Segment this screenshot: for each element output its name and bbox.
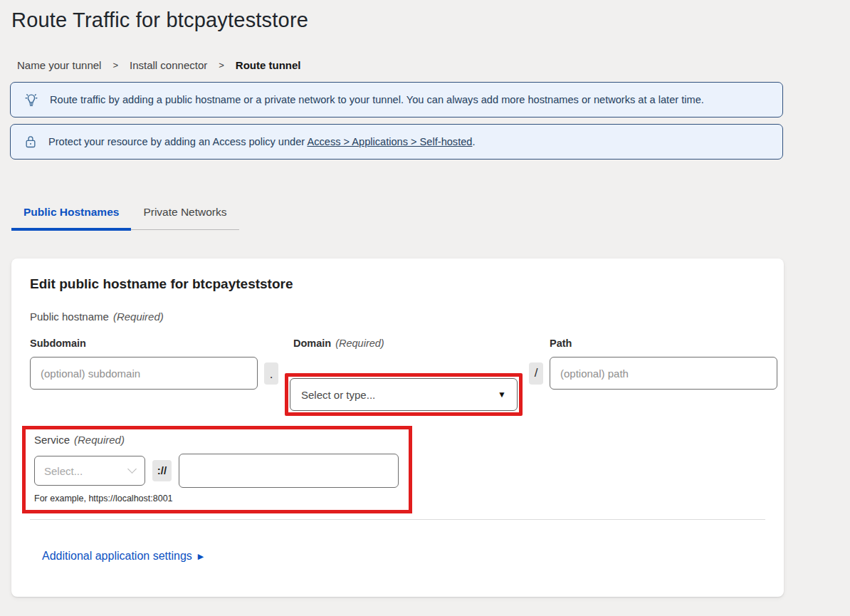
subdomain-input[interactable] bbox=[30, 357, 258, 390]
breadcrumb-separator: > bbox=[112, 60, 118, 71]
route-tunnel-page: Route Traffic for btcpayteststore Name y… bbox=[0, 0, 850, 616]
tab-public-hostnames[interactable]: Public Hostnames bbox=[11, 199, 131, 231]
service-hint: For example, https://localhost:8001 bbox=[34, 494, 399, 503]
page-title: Route Traffic for btcpayteststore bbox=[11, 9, 850, 32]
breadcrumb: Name your tunnel > Install connector > R… bbox=[11, 59, 850, 71]
public-hostname-label: Public hostname bbox=[30, 310, 109, 323]
service-type-select[interactable]: Select... bbox=[34, 456, 145, 486]
chevron-down-icon bbox=[127, 464, 137, 474]
dot-separator: . bbox=[264, 362, 278, 385]
access-policy-text-before: Protect your resource by adding an Acces… bbox=[48, 136, 307, 147]
expand-arrow-icon: ▶ bbox=[198, 552, 204, 561]
section-divider bbox=[30, 519, 765, 520]
domain-field: Domain(Required) Select or type... ▼ bbox=[285, 338, 523, 416]
service-required: (Required) bbox=[74, 434, 125, 446]
edit-public-hostname-card: Edit public hostname for btcpayteststore… bbox=[11, 259, 784, 597]
public-hostname-row: Subdomain . Domain(Required) Select or t… bbox=[30, 338, 765, 416]
scheme-separator: :// bbox=[152, 460, 172, 481]
public-hostname-required: (Required) bbox=[113, 310, 164, 323]
route-traffic-info-text: Route traffic by adding a public hostnam… bbox=[50, 94, 704, 105]
subdomain-label: Subdomain bbox=[30, 338, 258, 357]
service-label-text: Service bbox=[34, 434, 70, 446]
caret-down-icon: ▼ bbox=[498, 390, 506, 400]
additional-settings-label: Additional application settings bbox=[42, 550, 192, 563]
card-title: Edit public hostname for btcpayteststore bbox=[30, 276, 765, 292]
service-highlight-box: Service(Required) Select... :// For exam… bbox=[22, 426, 412, 513]
service-row: Select... :// bbox=[34, 454, 399, 488]
additional-application-settings-link[interactable]: Additional application settings ▶ bbox=[42, 550, 204, 563]
breadcrumb-route-tunnel: Route tunnel bbox=[236, 59, 301, 71]
route-traffic-info-banner: Route traffic by adding a public hostnam… bbox=[10, 82, 783, 118]
path-label: Path bbox=[550, 338, 777, 357]
domain-label: Domain(Required) bbox=[293, 338, 523, 357]
public-hostname-heading: Public hostname(Required) bbox=[30, 310, 765, 323]
domain-label-text: Domain bbox=[293, 338, 331, 349]
access-policy-text-after: . bbox=[472, 136, 475, 147]
lock-icon bbox=[23, 134, 38, 150]
slash-separator: / bbox=[529, 362, 543, 385]
access-policy-banner: Protect your resource by adding an Acces… bbox=[10, 124, 783, 160]
service-url-input[interactable] bbox=[179, 454, 399, 488]
domain-highlight-box: Select or type... ▼ bbox=[285, 373, 523, 416]
domain-select[interactable]: Select or type... ▼ bbox=[290, 378, 518, 411]
domain-required: (Required) bbox=[335, 338, 384, 349]
domain-select-value: Select or type... bbox=[301, 389, 375, 401]
breadcrumb-separator: > bbox=[219, 60, 224, 71]
tab-private-networks[interactable]: Private Networks bbox=[131, 199, 238, 229]
lightbulb-icon bbox=[23, 92, 39, 108]
path-input[interactable] bbox=[550, 357, 777, 390]
access-policy-text: Protect your resource by adding an Acces… bbox=[48, 136, 476, 147]
access-applications-selfhosted-link[interactable]: Access > Applications > Self-hosted bbox=[307, 136, 472, 147]
path-field: Path bbox=[550, 338, 777, 390]
breadcrumb-name-your-tunnel[interactable]: Name your tunnel bbox=[17, 59, 101, 71]
subdomain-field: Subdomain bbox=[30, 338, 258, 390]
service-label: Service(Required) bbox=[34, 434, 399, 446]
service-type-value: Select... bbox=[44, 465, 83, 477]
hostname-network-tabs: Public Hostnames Private Networks bbox=[11, 199, 239, 230]
breadcrumb-install-connector[interactable]: Install connector bbox=[130, 59, 207, 71]
